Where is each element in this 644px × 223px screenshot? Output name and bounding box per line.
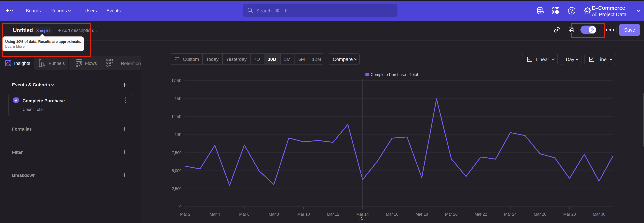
svg-text:0: 0 <box>179 204 182 209</box>
svg-text:Mar 24: Mar 24 <box>504 212 517 216</box>
svg-text:Mar 4: Mar 4 <box>210 212 220 216</box>
svg-text:12.5K: 12.5K <box>172 115 182 119</box>
svg-text:Mar 10: Mar 10 <box>297 212 310 216</box>
svg-text:Mar 2: Mar 2 <box>180 212 190 216</box>
svg-text:17.5K: 17.5K <box>172 78 182 83</box>
svg-text:Mar 16: Mar 16 <box>386 212 398 216</box>
svg-text:Mar 22: Mar 22 <box>474 212 487 216</box>
svg-text:Mar 18: Mar 18 <box>416 212 428 216</box>
svg-text:15K: 15K <box>174 96 182 101</box>
svg-text:Mar 30: Mar 30 <box>593 212 606 216</box>
svg-text:Mar 28: Mar 28 <box>563 212 576 216</box>
svg-text:Mar 20: Mar 20 <box>445 212 458 216</box>
svg-text:5,000: 5,000 <box>172 169 182 173</box>
svg-text:Mar 26: Mar 26 <box>534 212 546 216</box>
svg-text:2,500: 2,500 <box>172 186 182 191</box>
svg-text:Mar 8: Mar 8 <box>269 212 279 216</box>
svg-text:Mar 12: Mar 12 <box>327 212 340 216</box>
svg-text:Mar 6: Mar 6 <box>239 212 250 216</box>
svg-text:7,500: 7,500 <box>172 151 182 155</box>
svg-text:10K: 10K <box>174 133 182 137</box>
